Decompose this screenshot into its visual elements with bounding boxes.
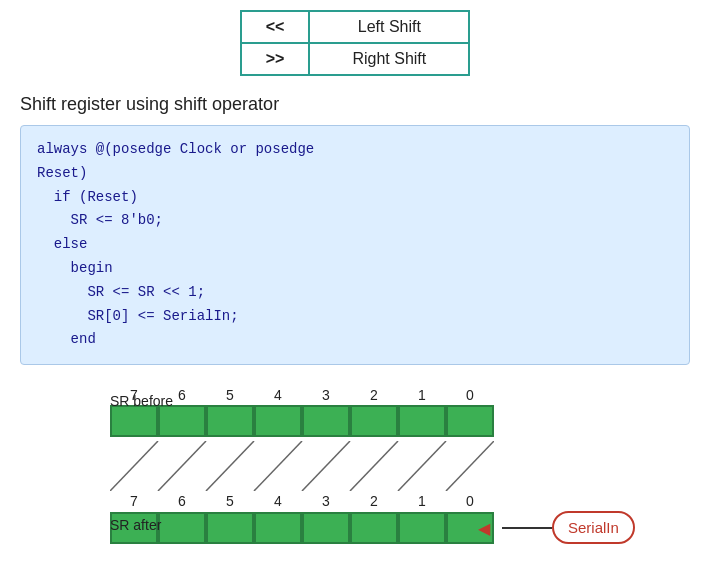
diagonal-arrows: [110, 441, 494, 491]
bit-cell-after: [350, 512, 398, 544]
bit-cell: [302, 405, 350, 437]
bit-label-b3: 3: [302, 493, 350, 509]
bit-label-5: 5: [206, 387, 254, 403]
sr-after-section: 7 6 5 4 3 2 1 0 SR after ◀: [110, 493, 690, 544]
operator-table-wrap: << Left Shift >> Right Shift: [20, 10, 690, 76]
arrows-svg: [110, 441, 494, 491]
serialin-badge: SerialIn: [552, 511, 635, 544]
bit-cell: [398, 405, 446, 437]
bit-cell: [158, 405, 206, 437]
sr-before-row: SR before: [110, 405, 690, 437]
bit-cell-serialin: ◀: [446, 512, 494, 544]
bit-label-b2: 2: [350, 493, 398, 509]
bit-label-b6: 6: [158, 493, 206, 509]
svg-line-1: [158, 441, 206, 491]
code-block: always @(posedge Clock or posedge Reset)…: [20, 125, 690, 365]
bit-cell: [254, 405, 302, 437]
svg-line-2: [206, 441, 254, 491]
bit-label-b5: 5: [206, 493, 254, 509]
svg-line-3: [254, 441, 302, 491]
serialin-arrow-icon: ◀: [478, 518, 490, 537]
bit-cell-after: [398, 512, 446, 544]
bit-label-1: 1: [398, 387, 446, 403]
svg-line-7: [446, 441, 494, 491]
bit-label-0: 0: [446, 387, 494, 403]
bit-label-3: 3: [302, 387, 350, 403]
sr-after-row: SR after ◀ SerialIn: [110, 511, 690, 544]
bit-cell: [206, 405, 254, 437]
bit-cell: [446, 405, 494, 437]
operator-table: << Left Shift >> Right Shift: [240, 10, 471, 76]
svg-line-0: [110, 441, 158, 491]
serialin-connector: SerialIn: [502, 511, 635, 544]
sr-before-label: SR before: [110, 393, 173, 409]
bit-label-b4: 4: [254, 493, 302, 509]
bit-label-b7: 7: [110, 493, 158, 509]
svg-line-6: [398, 441, 446, 491]
bit-label-4: 4: [254, 387, 302, 403]
bit-cell: [350, 405, 398, 437]
bit-cell-after: [206, 512, 254, 544]
table-row-right-shift: >> Right Shift: [241, 43, 470, 75]
bit-labels-bottom: 7 6 5 4 3 2 1 0: [110, 493, 690, 509]
sr-before-bits: [110, 405, 494, 437]
sr-after-bits: ◀: [110, 512, 494, 544]
label-right-shift: Right Shift: [309, 43, 469, 75]
table-row-left-shift: << Left Shift: [241, 11, 470, 43]
bit-cell-after: [158, 512, 206, 544]
svg-line-5: [350, 441, 398, 491]
connector-line: [502, 527, 552, 529]
bit-label-b1: 1: [398, 493, 446, 509]
sr-after-label: SR after: [110, 517, 161, 533]
bit-label-2: 2: [350, 387, 398, 403]
bit-cell: [110, 405, 158, 437]
bit-cell-after: [254, 512, 302, 544]
bit-cell-after: [302, 512, 350, 544]
svg-line-4: [302, 441, 350, 491]
section-heading: Shift register using shift operator: [20, 94, 690, 115]
bit-labels-top: 7 6 5 4 3 2 1 0: [110, 387, 690, 403]
bit-label-b0: 0: [446, 493, 494, 509]
label-left-shift: Left Shift: [309, 11, 469, 43]
op-right: >>: [241, 43, 310, 75]
diagram-section: 7 6 5 4 3 2 1 0 SR before: [20, 387, 690, 544]
op-left: <<: [241, 11, 310, 43]
